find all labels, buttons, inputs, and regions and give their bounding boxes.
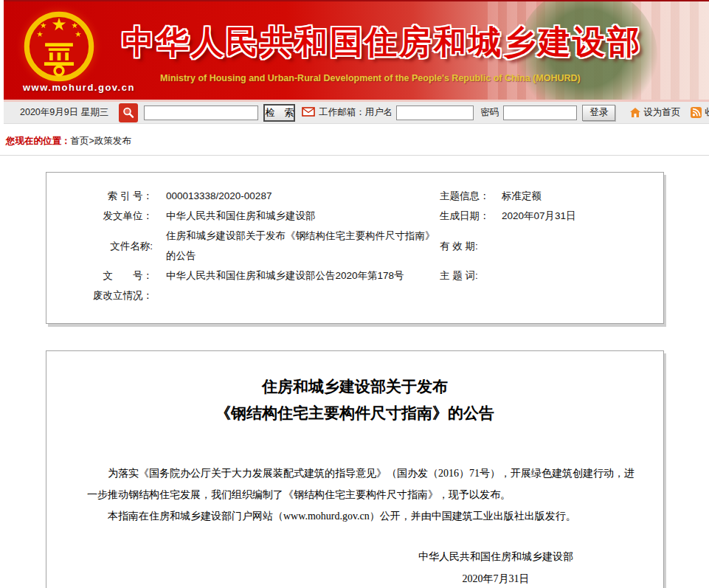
doc-name-value: 住房和城乡建设部关于发布《钢结构住宅主要构件尺寸指南》的公告 bbox=[156, 226, 440, 266]
doc-name-label: 文件名称: bbox=[46, 236, 156, 256]
generated-date-label: 生成日期： bbox=[440, 206, 494, 226]
announcement-paragraph-2: 本指南在住房和城乡建设部门户网站（www.mohurd.gov.cn）公开，并由… bbox=[87, 505, 641, 527]
validity-label: 有 效 期: bbox=[440, 236, 494, 256]
signature-date: 2020年7月31日 bbox=[418, 568, 573, 588]
breadcrumb: 您现在的位置：首页>政策发布 bbox=[0, 124, 709, 156]
ministry-subtitle-en: Ministry of Housing and Urban-Rural Deve… bbox=[160, 73, 581, 83]
house-icon bbox=[630, 108, 640, 117]
announcement-paragraph-1: 为落实《国务院办公厅关于大力发展装配式建筑的指导意见》（国办发（2016）71号… bbox=[87, 463, 641, 505]
signature-block: 中华人民共和国住房和城乡建设部 2020年7月31日 bbox=[418, 546, 573, 588]
index-number-label: 索 引 号： bbox=[46, 186, 156, 206]
announcement-title: 住房和城乡建设部关于发布 《钢结构住宅主要构件尺寸指南》的公告 bbox=[46, 373, 663, 426]
meta-row: 发文单位： 中华人民共和国住房和城乡建设部 生成日期： 2020年07月31日 bbox=[46, 206, 663, 226]
doc-number-value: 中华人民共和国住房和城乡建设部公告2020年第178号 bbox=[156, 266, 440, 286]
meta-row: 文件名称: 住房和城乡建设部关于发布《钢结构住宅主要构件尺寸指南》的公告 有 效… bbox=[46, 226, 663, 266]
subject-info-value: 标准定额 bbox=[494, 186, 663, 206]
document-meta-box: 索 引 号： 000013338/2020-00287 主题信息： 标准定额 发… bbox=[46, 172, 664, 324]
issuer-value: 中华人民共和国住房和城乡建设部 bbox=[156, 206, 440, 226]
ministry-title: 中华人民共和国住房和城乡建设部 bbox=[122, 21, 642, 64]
announcement-box: 住房和城乡建设部关于发布 《钢结构住宅主要构件尺寸指南》的公告 为落实《国务院办… bbox=[46, 350, 664, 588]
current-date: 2020年9月9日 星期三 bbox=[20, 106, 108, 119]
site-header: www.mohurd.gov.cn 中华人民共和国住房和城乡建设部 Minist… bbox=[4, 0, 709, 102]
favorite-label: 收 bbox=[705, 106, 709, 119]
password-input[interactable] bbox=[503, 106, 577, 120]
announcement-body: 为落实《国务院办公厅关于大力发展装配式建筑的指导意见》（国办发（2016）71号… bbox=[46, 463, 663, 527]
set-homepage-link[interactable]: 设为首页 bbox=[630, 106, 680, 119]
login-button[interactable]: 登录 bbox=[582, 105, 615, 121]
meta-row: 索 引 号： 000013338/2020-00287 主题信息： 标准定额 bbox=[46, 186, 663, 206]
work-mail-label: 工作邮箱：用户名 bbox=[319, 106, 392, 119]
announcement-title-line1: 住房和城乡建设部关于发布 bbox=[46, 373, 663, 400]
rss-icon bbox=[691, 107, 702, 118]
meta-row: 文 号： 中华人民共和国住房和城乡建设部公告2020年第178号 主 题 词: bbox=[46, 266, 663, 286]
site-url: www.mohurd.gov.cn bbox=[23, 82, 135, 93]
announcement-title-line2: 《钢结构住宅主要构件尺寸指南》的公告 bbox=[46, 400, 663, 426]
set-homepage-label: 设为首页 bbox=[643, 106, 680, 119]
password-label: 密码 bbox=[480, 106, 499, 119]
issuer-label: 发文单位： bbox=[46, 206, 156, 226]
search-icon bbox=[119, 103, 138, 122]
repeal-status-label: 废改立情况： bbox=[46, 286, 156, 305]
mail-icon bbox=[302, 107, 315, 119]
generated-date-value: 2020年07月31日 bbox=[494, 206, 663, 226]
doc-number-label: 文 号： bbox=[46, 266, 156, 286]
national-emblem-icon bbox=[14, 3, 104, 90]
search-input[interactable] bbox=[144, 106, 258, 120]
toolbar: 2020年9月9日 星期三 检 索 工作邮箱：用户名 密码 登录 设为首页 bbox=[4, 102, 709, 124]
breadcrumb-path[interactable]: 首页>政策发布 bbox=[71, 136, 131, 146]
index-number-value: 000013338/2020-00287 bbox=[156, 186, 440, 206]
favorite-link[interactable]: 收 bbox=[691, 106, 709, 119]
breadcrumb-label: 您现在的位置： bbox=[6, 136, 71, 146]
username-input[interactable] bbox=[396, 106, 474, 120]
meta-row: 废改立情况： bbox=[46, 286, 663, 305]
signer-name: 中华人民共和国住房和城乡建设部 bbox=[418, 546, 573, 568]
subject-info-label: 主题信息： bbox=[440, 186, 494, 206]
keywords-label: 主 题 词: bbox=[440, 266, 494, 286]
search-button[interactable]: 检 索 bbox=[263, 104, 295, 122]
